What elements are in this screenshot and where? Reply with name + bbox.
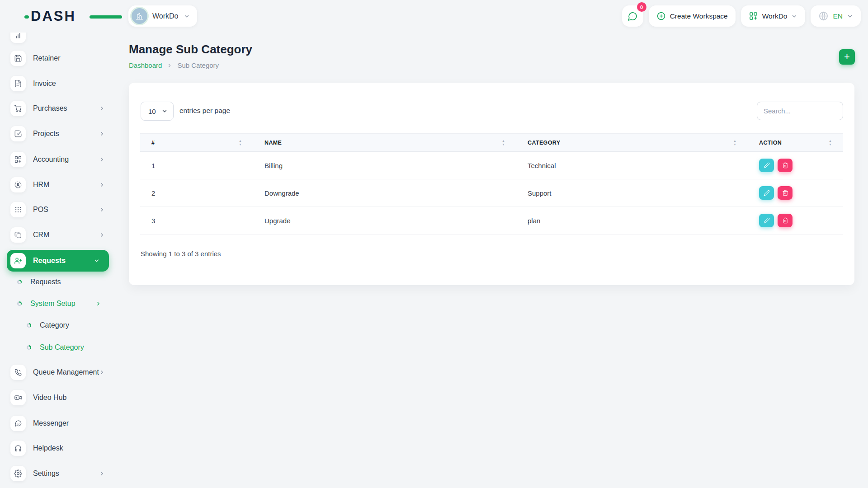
- cell-num: 1: [140, 152, 253, 179]
- topbar-actions: 0 Create Workspace WorkDo EN: [622, 5, 861, 27]
- gear-icon: [10, 466, 26, 481]
- chevron-right-icon: [99, 207, 105, 213]
- edit-button[interactable]: [759, 186, 774, 200]
- save-icon: [10, 51, 26, 66]
- sidebar-item-clipped[interactable]: [0, 33, 118, 46]
- entries-per-page-value: 10: [148, 108, 156, 115]
- sidebar-item-hrm[interactable]: HRM: [0, 174, 118, 196]
- sidebar-item-pos[interactable]: POS: [0, 199, 118, 221]
- sidebar-item-accounting[interactable]: Accounting: [0, 149, 118, 170]
- cell-num: 3: [140, 207, 253, 235]
- edit-button[interactable]: [759, 159, 774, 172]
- entries-per-page-select[interactable]: 10: [141, 102, 174, 121]
- video-camera-icon: [10, 390, 26, 405]
- sidebar-subitem-category[interactable]: Category: [0, 316, 118, 334]
- grid-plus-icon: [10, 152, 26, 167]
- table-row: 3 Upgrade plan: [140, 207, 843, 235]
- sidebar-subitem-system-setup[interactable]: System Setup: [0, 295, 118, 313]
- chevron-right-icon: [99, 106, 105, 112]
- chevron-right-icon: [167, 63, 172, 68]
- cell-category: plan: [516, 207, 748, 235]
- logo-bar-icon: [90, 15, 122, 19]
- table-footer-summary: Showing 1 to 3 of 3 entries: [141, 250, 221, 258]
- globe-icon: [818, 11, 829, 21]
- chevron-down-icon: [161, 108, 168, 114]
- page-title: Manage Sub Category: [129, 42, 252, 56]
- search-input[interactable]: [757, 102, 843, 120]
- chevron-down-icon: [184, 13, 190, 19]
- add-sub-category-button[interactable]: +: [839, 49, 855, 65]
- table-row: 1 Billing Technical: [140, 152, 843, 179]
- headphones-icon: [10, 441, 26, 456]
- bullet-icon: [17, 301, 22, 306]
- workspace-menu-label: WorkDo: [762, 12, 788, 20]
- sidebar-item-requests[interactable]: Requests: [7, 250, 109, 272]
- pencil-icon: [764, 217, 770, 224]
- sidebar-subitem-requests[interactable]: Requests: [0, 273, 118, 291]
- chevron-right-icon: [95, 301, 101, 307]
- chevron-down-icon: [847, 13, 853, 19]
- cell-category: Support: [516, 179, 748, 207]
- sidebar-item-projects[interactable]: Projects: [0, 123, 118, 145]
- workspace-menu-button[interactable]: WorkDo: [741, 5, 806, 27]
- pencil-icon: [764, 190, 770, 196]
- dash-logo: DASH: [31, 8, 103, 24]
- bullet-icon: [17, 280, 22, 284]
- sidebar-item-purchases[interactable]: Purchases: [0, 98, 118, 119]
- invoice-file-icon: [10, 76, 26, 91]
- pencil-icon: [764, 162, 770, 169]
- building-icon: [135, 12, 144, 20]
- chat-bubble-icon: [10, 416, 26, 431]
- language-selector[interactable]: EN: [811, 5, 861, 27]
- column-header-action[interactable]: ACTION: [748, 134, 843, 152]
- sidebar-subitem-sub-category[interactable]: Sub Category: [0, 338, 118, 357]
- sub-category-table: # NAME CATEGORY ACTION 1 Billing Technic…: [140, 133, 843, 235]
- clipped-icon: [10, 33, 26, 43]
- cell-name: Upgrade: [253, 207, 516, 235]
- sidebar-item-queue-management[interactable]: Queue Management: [0, 361, 118, 383]
- trash-icon: [782, 162, 788, 169]
- delete-button[interactable]: [778, 186, 793, 200]
- edit-button[interactable]: [759, 214, 774, 227]
- delete-button[interactable]: [778, 159, 793, 172]
- chevron-right-icon: [99, 471, 105, 477]
- messages-button[interactable]: 0: [622, 5, 643, 27]
- sidebar-item-crm[interactable]: CRM: [0, 224, 118, 246]
- delete-button[interactable]: [778, 214, 793, 227]
- plus-circle-icon: [656, 11, 666, 21]
- sidebar-item-helpdesk[interactable]: Helpdesk: [0, 437, 118, 459]
- chevron-down-icon: [94, 258, 100, 264]
- chevron-right-icon: [99, 370, 105, 375]
- column-header-name[interactable]: NAME: [253, 134, 516, 152]
- user-plus-icon: [10, 253, 26, 268]
- trash-icon: [782, 217, 788, 224]
- sub-category-card: 10 entries per page # NAME CATEGORY ACTI…: [129, 83, 854, 285]
- chevron-down-icon: [791, 13, 797, 19]
- table-row: 2 Downgrade Support: [140, 179, 843, 207]
- workspace-selector[interactable]: WorkDo: [128, 5, 197, 27]
- language-label: EN: [833, 12, 843, 20]
- workspace-avatar: [132, 8, 147, 24]
- user-dashed-circle-icon: [10, 177, 26, 192]
- chevron-right-icon: [99, 182, 105, 188]
- sidebar-item-settings[interactable]: Settings: [0, 463, 118, 484]
- logo-text: DASH: [31, 8, 76, 24]
- cell-name: Downgrade: [253, 179, 516, 207]
- sidebar-item-video-hub[interactable]: Video Hub: [0, 387, 118, 408]
- bullet-icon: [27, 323, 31, 328]
- check-square-icon: [10, 126, 26, 141]
- sidebar-item-messenger[interactable]: Messenger: [0, 413, 118, 434]
- breadcrumb-current: Sub Category: [177, 61, 219, 69]
- grid-plus-icon: [749, 11, 758, 21]
- column-header-num[interactable]: #: [140, 134, 253, 152]
- create-workspace-button[interactable]: Create Workspace: [649, 5, 736, 27]
- sidebar-item-retainer[interactable]: Retainer: [0, 47, 118, 69]
- breadcrumb-dashboard-link[interactable]: Dashboard: [129, 61, 162, 69]
- trash-icon: [782, 190, 788, 196]
- create-workspace-label: Create Workspace: [670, 12, 728, 20]
- sidebar: Retainer Invoice Purchases Projects: [0, 33, 118, 488]
- sidebar-item-invoice[interactable]: Invoice: [0, 73, 118, 94]
- column-header-category[interactable]: CATEGORY: [516, 134, 748, 152]
- dots-grid-icon: [10, 202, 26, 217]
- cart-icon: [10, 101, 26, 116]
